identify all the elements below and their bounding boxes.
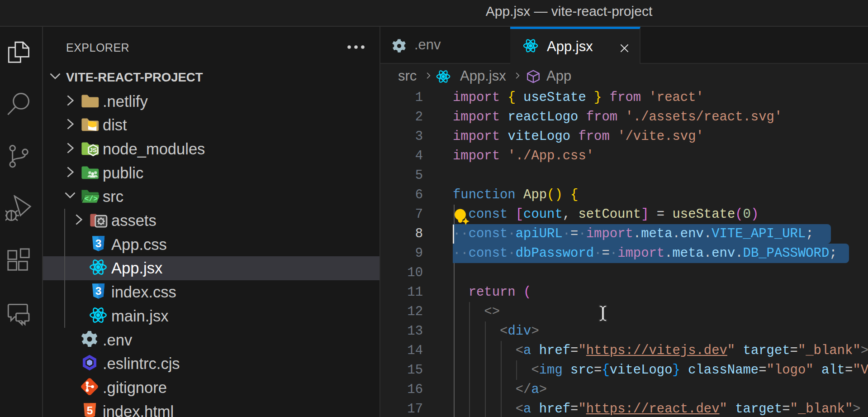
svg-text:3: 3	[95, 285, 102, 297]
svg-text:5: 5	[87, 404, 93, 416]
svg-text:JS: JS	[90, 147, 97, 153]
svg-text:3: 3	[95, 237, 102, 249]
svg-text:</>: </>	[85, 195, 98, 203]
